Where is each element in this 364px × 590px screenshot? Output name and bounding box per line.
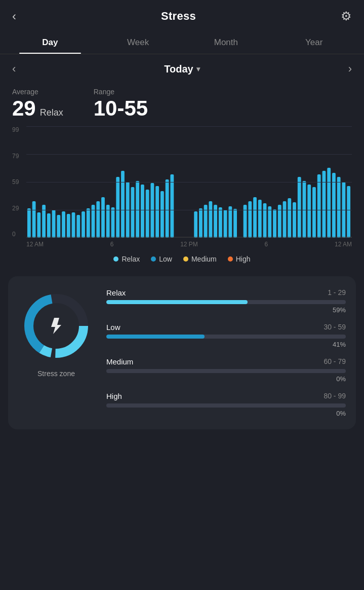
relax-bar-fill [106,300,248,304]
low-range: 30 - 59 [323,323,346,331]
low-pct: 41% [106,341,346,348]
tab-month[interactable]: Month [182,30,270,54]
chart-legend: Relax Low Medium High [0,250,364,272]
legend-relax: Relax [113,255,140,263]
range-stat: Range 10-55 [94,88,148,119]
prev-button[interactable]: ‹ [12,62,16,76]
stress-zone-label: Stress zone [37,370,75,378]
high-dot [228,256,233,262]
legend-low-label: Low [159,255,172,263]
stats-row: Average 29 Relax Range 10-55 [0,84,364,121]
high-name: High [106,392,122,400]
legend-low: Low [151,255,172,263]
page-title: Stress [161,10,196,23]
chart-y-labels: 99 79 59 29 0 [12,126,19,238]
relax-pct: 59% [106,306,346,314]
average-unit: Relax [40,108,63,117]
chart-area [26,126,352,238]
low-dot [151,256,156,262]
stress-row-medium: Medium 60 - 79 0% [106,357,346,383]
date-nav: ‹ Today ▾ › [0,54,364,84]
donut-chart-wrap: Stress zone [18,288,94,378]
legend-relax-label: Relax [122,255,140,263]
tabs-bar: Day Week Month Year [0,30,364,54]
tab-year[interactable]: Year [270,30,358,54]
medium-bar-track [106,369,346,373]
low-name: Low [106,323,120,331]
range-label: Range [94,88,148,96]
range-value: 10-55 [94,98,148,119]
relax-bar-track [106,300,346,304]
chart-grid [26,126,352,238]
high-range: 80 - 99 [323,392,346,400]
relax-name: Relax [106,288,126,297]
settings-button[interactable]: ⚙ [341,9,352,23]
medium-pct: 0% [106,375,346,383]
dropdown-icon: ▾ [196,65,200,73]
low-bar-fill [106,335,205,339]
tab-day[interactable]: Day [6,30,94,54]
stress-row-low: Low 30 - 59 41% [106,323,346,348]
stress-bars: Relax 1 - 29 59% Low 30 - 59 41% Medium … [106,288,346,417]
average-value: 29 Relax [12,98,63,119]
donut-chart [19,288,94,363]
legend-high-label: High [236,255,251,263]
average-label: Average [12,88,63,96]
high-pct: 0% [106,410,346,417]
medium-dot [183,256,188,262]
header: ‹ Stress ⚙ [0,0,364,30]
relax-dot [113,256,118,262]
chart-container: 99 79 59 29 0 [0,121,364,250]
svg-marker-66 [51,318,61,334]
chart-x-labels: 12 AM 6 12 PM 6 12 AM [26,238,352,248]
legend-medium: Medium [183,255,217,263]
stress-row-high: High 80 - 99 0% [106,392,346,417]
legend-medium-label: Medium [191,255,217,263]
medium-name: Medium [106,357,133,366]
average-stat: Average 29 Relax [12,88,63,119]
low-bar-track [106,335,346,339]
stress-row-relax: Relax 1 - 29 59% [106,288,346,314]
next-button[interactable]: › [348,62,352,76]
relax-range: 1 - 29 [328,288,346,297]
medium-range: 60 - 79 [323,357,346,366]
tab-week[interactable]: Week [94,30,182,54]
stress-zone-card: Stress zone Relax 1 - 29 59% Low 30 - 59… [8,276,356,429]
legend-high: High [228,255,251,263]
back-button[interactable]: ‹ [12,9,16,23]
high-bar-track [106,403,346,408]
date-title[interactable]: Today ▾ [164,63,199,75]
